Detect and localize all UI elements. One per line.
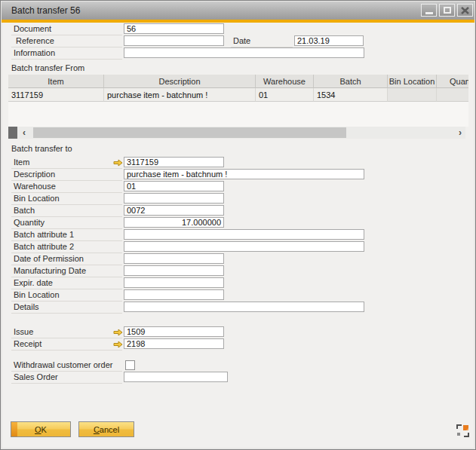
ok-default-strip [11, 422, 17, 436]
ok-button[interactable]: OK [11, 421, 71, 437]
expir-date-field[interactable] [124, 277, 224, 288]
manufacturing-date-field[interactable] [124, 265, 224, 276]
description-field[interactable]: purchase item - batchnum ! [124, 169, 364, 179]
from-section-title: Batch transfer From [11, 63, 84, 74]
maximize-icon [444, 7, 451, 14]
col-header-warehouse[interactable]: Warehouse [256, 75, 314, 88]
receipt-label: Receipt [11, 338, 122, 351]
maximize-button[interactable] [439, 4, 455, 17]
batch-attribute-2-field[interactable] [124, 241, 364, 252]
col-header-bin-location[interactable]: Bin Location [388, 75, 437, 88]
details-label: Details [11, 302, 122, 314]
resize-grip-icon[interactable] [456, 424, 469, 437]
description-label: Description [11, 169, 122, 181]
link-arrow-icon[interactable] [113, 341, 123, 348]
cancel-button[interactable]: Cancel [78, 421, 134, 437]
cell-batch[interactable]: 1534 [314, 88, 388, 102]
manufacturing-date-label: Manufacturing Date [11, 265, 122, 277]
document-label: Document [11, 23, 122, 35]
to-section-title: Batch transfer to [11, 143, 72, 155]
batch-field[interactable]: 0072 [124, 205, 224, 216]
quantity-field[interactable]: 17.000000 [124, 217, 224, 228]
bin-location-2-field[interactable] [124, 289, 224, 300]
minimize-button[interactable] [421, 4, 437, 17]
receipt-field[interactable]: 2198 [124, 338, 224, 349]
document-field[interactable]: 56 [124, 23, 224, 34]
from-table-header-row: Item Description Warehouse Batch Bin Loc… [8, 75, 468, 88]
date-field[interactable]: 21.03.19 [294, 35, 364, 46]
scrollbar-thumb[interactable] [33, 127, 346, 138]
cell-bin-location[interactable] [388, 88, 437, 102]
issue-field[interactable]: 1509 [124, 326, 224, 337]
date-of-permission-label: Date of Permission [11, 253, 122, 265]
cell-quantity[interactable] [437, 88, 468, 102]
window-title: Batch transfer 56 [11, 2, 80, 20]
warehouse-label: Warehouse [11, 181, 122, 193]
batch-transfer-window: Batch transfer 56 Document 56 Reference … [0, 0, 476, 450]
scroll-left-icon[interactable]: ‹ [19, 127, 29, 139]
date-of-permission-field[interactable] [124, 253, 224, 264]
reference-label: Reference [11, 35, 122, 47]
batch-attribute-2-label: Batch attribute 2 [11, 241, 122, 253]
titlebar[interactable]: Batch transfer 56 [2, 2, 474, 20]
from-table-row: 3117159 purchase item - batchnum ! 01 15… [8, 88, 468, 102]
date-label: Date [231, 35, 293, 47]
batch-attribute-1-field[interactable] [124, 229, 364, 240]
accent-bar [2, 20, 474, 23]
issue-label: Issue [11, 326, 122, 338]
close-button[interactable] [457, 4, 473, 17]
sales-order-label: Sales Order [11, 372, 122, 384]
col-header-item[interactable]: Item [8, 75, 104, 88]
bin-location-field[interactable] [124, 193, 224, 204]
window-controls [421, 4, 473, 17]
expir-date-label: Expir. date [11, 277, 122, 289]
from-table-empty-area [8, 102, 468, 127]
withdrawal-label: Withdrawal customer order [11, 360, 122, 372]
batch-label: Batch [11, 205, 122, 217]
information-label: Information [11, 47, 122, 60]
item-label: Item [11, 157, 122, 169]
sales-order-field[interactable] [124, 372, 228, 382]
information-field[interactable] [124, 47, 364, 58]
col-header-quantity[interactable]: Quantity [437, 75, 468, 88]
item-field[interactable]: 3117159 [124, 157, 224, 167]
horizontal-scrollbar[interactable]: ‹ › [8, 127, 465, 139]
from-table: Item Description Warehouse Batch Bin Loc… [8, 75, 468, 102]
link-arrow-icon[interactable] [113, 159, 123, 167]
col-header-batch[interactable]: Batch [314, 75, 388, 88]
col-header-description[interactable]: Description [104, 75, 256, 88]
cell-warehouse[interactable]: 01 [256, 88, 314, 102]
minimize-icon [425, 12, 433, 14]
cell-description[interactable]: purchase item - batchnum ! [104, 88, 256, 102]
scroll-right-icon[interactable]: › [455, 127, 465, 139]
cell-item[interactable]: 3117159 [8, 88, 104, 102]
withdrawal-checkbox[interactable] [125, 360, 135, 370]
scrollbar-corner-block [8, 127, 17, 139]
close-icon [461, 7, 469, 14]
bin-location-label: Bin Location [11, 193, 122, 205]
reference-field[interactable] [124, 35, 224, 46]
details-field[interactable] [124, 302, 364, 312]
warehouse-field[interactable]: 01 [124, 181, 224, 191]
link-arrow-icon[interactable] [113, 329, 123, 336]
quantity-label: Quantity [11, 217, 122, 229]
batch-attribute-1-label: Batch attribute 1 [11, 229, 122, 241]
bin-location-2-label: Bin Location [11, 289, 122, 302]
